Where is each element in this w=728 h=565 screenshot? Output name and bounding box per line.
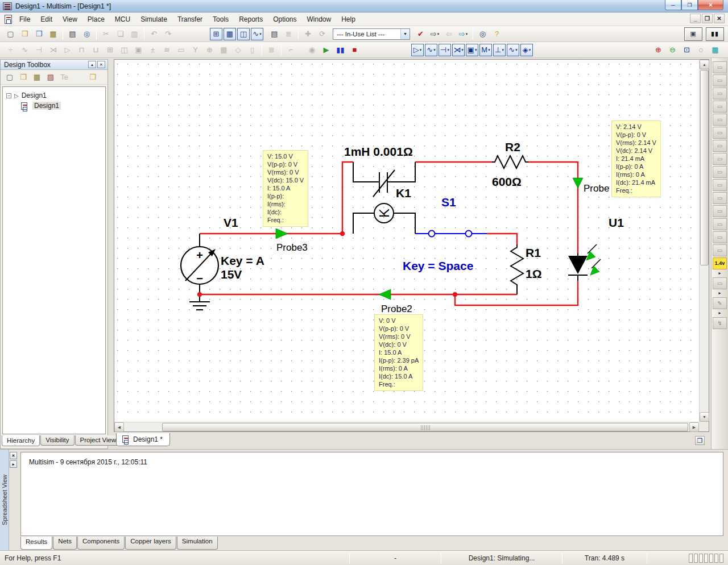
tab-simulation[interactable]: Simulation — [177, 537, 218, 550]
instrument-multimeter-button[interactable]: ▭ — [713, 61, 727, 73]
horizontal-scrollbar[interactable]: ◀ ▶ — [114, 422, 699, 431]
v1-ref-label[interactable]: V1 — [224, 216, 238, 229]
labview-instruments-button[interactable]: ▭ — [713, 277, 727, 289]
probe1-label[interactable]: Probe — [584, 183, 609, 194]
family-diode-button[interactable]: ⊣▾ — [439, 44, 451, 56]
k1-ref-label[interactable]: K1 — [396, 186, 411, 200]
forward-annotate-button[interactable]: ⇨▾ — [457, 27, 470, 40]
v1-key-label[interactable]: Key = A — [221, 254, 264, 267]
scroll-left-button[interactable]: ◀ — [114, 422, 124, 432]
print-button[interactable]: ▤ — [66, 27, 79, 40]
menu-item[interactable]: Help — [336, 14, 361, 25]
dropdown-arrow-icon[interactable]: ▾ — [420, 48, 422, 52]
tab-results[interactable]: Results — [20, 537, 52, 550]
menu-item[interactable]: Tools — [208, 14, 234, 25]
menu-item[interactable]: Options — [268, 14, 301, 25]
pause-simulation-button[interactable]: ▮▮ — [706, 27, 724, 41]
probe2-label[interactable]: Probe2 — [381, 304, 412, 314]
close-button[interactable]: ✕ — [698, 0, 723, 10]
tree-child-label[interactable]: Design1 — [32, 102, 61, 110]
dt-recent-button[interactable]: ❒ — [86, 71, 99, 84]
save-button[interactable]: ▦ — [47, 27, 60, 40]
mdi-close-button[interactable]: ✕ — [714, 14, 725, 23]
k1-value-label[interactable]: 1mH 0.001Ω — [344, 145, 413, 158]
breadboard-view-button[interactable]: ▣ — [684, 27, 702, 41]
menu-item[interactable]: Simulate — [135, 14, 172, 25]
probe-tool-arrow[interactable]: ▸ — [713, 310, 727, 316]
menu-item[interactable]: Reports — [234, 14, 268, 25]
toggle-grapher-button[interactable]: ∿▾ — [251, 28, 263, 40]
export-to-pcb-button[interactable]: ⇨▾ — [428, 27, 441, 40]
r2-value-label[interactable]: 600Ω — [492, 175, 522, 188]
dt-new-button[interactable]: ▢ — [3, 71, 16, 84]
dropdown-arrow-icon[interactable]: ▾ — [502, 48, 504, 52]
cascade-windows-icon[interactable]: ❐ — [695, 436, 705, 445]
run-button[interactable]: ▶ — [320, 43, 333, 56]
menu-item[interactable]: Transfer — [172, 14, 208, 25]
zoom-in-button[interactable]: ⊕ — [652, 43, 665, 56]
dropdown-arrow-icon[interactable]: ▾ — [447, 48, 449, 52]
toggle-probe-button[interactable]: ⊞ — [210, 28, 222, 40]
panel-close-button[interactable]: ✕ — [97, 61, 105, 68]
tab-nets[interactable]: Nets — [53, 537, 77, 550]
minimize-button[interactable]: ─ — [665, 0, 681, 10]
menu-item[interactable]: MCU — [110, 14, 135, 25]
current-probe-arrow[interactable]: ▸ — [713, 271, 727, 276]
s1-key-label[interactable]: Key = Space — [403, 259, 473, 272]
instrument-network-analyzer-button[interactable]: ▭ — [713, 231, 727, 243]
tab-visibility[interactable]: Visibility — [40, 435, 74, 446]
in-use-list-dropdown[interactable]: --- In-Use List --- ▾ — [333, 28, 410, 40]
dropdown-arrow-icon[interactable]: ▾ — [433, 48, 436, 52]
menu-item[interactable]: Place — [82, 14, 110, 25]
dropdown-arrow-icon[interactable]: ▾ — [437, 32, 440, 36]
dt-close-button[interactable]: ▤ — [44, 71, 57, 84]
family-analog-button[interactable]: ▷▾ — [411, 44, 424, 56]
instrument-word-generator-button[interactable]: ▭ — [713, 153, 727, 165]
dt-save-button[interactable]: ▦ — [31, 71, 43, 84]
instrument-oscilloscope-button[interactable]: ▭ — [713, 101, 727, 113]
erc-check-button[interactable]: ✔ — [414, 27, 427, 40]
results-pane[interactable]: Multisim - 9 сентября 2015 г., 12:05:11 — [20, 452, 723, 536]
r1-value-label[interactable]: 1Ω — [526, 267, 542, 280]
pause-button[interactable]: ▮▮ — [334, 43, 347, 56]
menu-item[interactable]: Edit — [35, 14, 57, 25]
v1-source[interactable]: + − — [181, 247, 218, 285]
labview-arrow[interactable]: ▸ — [713, 290, 727, 296]
help-button[interactable]: ? — [490, 27, 503, 40]
u1-ref-label[interactable]: U1 — [609, 216, 624, 229]
instrument-logic-converter-button[interactable]: ▭ — [713, 179, 727, 191]
family-source-button[interactable]: ◈▾ — [520, 44, 533, 56]
menu-item[interactable]: View — [57, 14, 82, 25]
dropdown-arrow-icon[interactable]: ▾ — [400, 29, 410, 39]
open-file-button[interactable]: ❒ — [18, 27, 31, 40]
instrument-iv-analyzer-button[interactable]: ▭ — [713, 192, 727, 204]
mdi-minimize-button[interactable]: _ — [690, 14, 701, 23]
vertical-scrollbar[interactable]: ▲ ▼ — [699, 60, 709, 422]
r2-ref-label[interactable]: R2 — [505, 140, 520, 153]
spreadsheet-close-button[interactable]: ✕ — [10, 452, 17, 459]
zoom-fit-button[interactable]: ◌ — [694, 43, 708, 56]
family-misc-button[interactable]: ∿▾ — [507, 44, 519, 56]
family-mixed-button[interactable]: M▾ — [479, 44, 492, 56]
toggle-border-button[interactable]: ◫ — [237, 28, 250, 40]
probe3-label[interactable]: Probe3 — [276, 242, 308, 253]
family-digital-button[interactable]: ▣▾ — [466, 44, 478, 56]
instrument-logic-analyzer-button[interactable]: ▭ — [713, 166, 727, 178]
scroll-right-button[interactable]: ▶ — [689, 422, 699, 432]
menu-item[interactable]: File — [14, 14, 35, 25]
restore-button[interactable]: ❐ — [681, 0, 698, 10]
title-bar[interactable]: Design1 - Multisim - [Design1 *] ─ ❐ ✕ — [0, 0, 728, 13]
probe-tool-button[interactable]: ✎ — [713, 297, 727, 309]
dropdown-arrow-icon[interactable]: ▾ — [466, 32, 468, 36]
dropdown-arrow-icon[interactable]: ▾ — [515, 48, 518, 52]
instrument-spectrum-analyzer-button[interactable]: ▭ — [713, 218, 727, 230]
mdi-restore-button[interactable]: ❐ — [702, 14, 713, 23]
instrument-bode-plotter-button[interactable]: ▭ — [713, 127, 727, 139]
menu-item[interactable]: Window — [302, 14, 337, 25]
measurement-probe-button[interactable]: ↯ — [713, 317, 727, 329]
dropdown-arrow-icon[interactable]: ▾ — [529, 48, 531, 52]
family-power-button[interactable]: ⊥▾ — [493, 44, 506, 56]
instrument-frequency-counter-button[interactable]: ▭ — [713, 140, 727, 152]
tab-hierarchy[interactable]: Hierarchy — [2, 435, 40, 446]
open-sample-button[interactable]: ❒ — [32, 27, 46, 40]
